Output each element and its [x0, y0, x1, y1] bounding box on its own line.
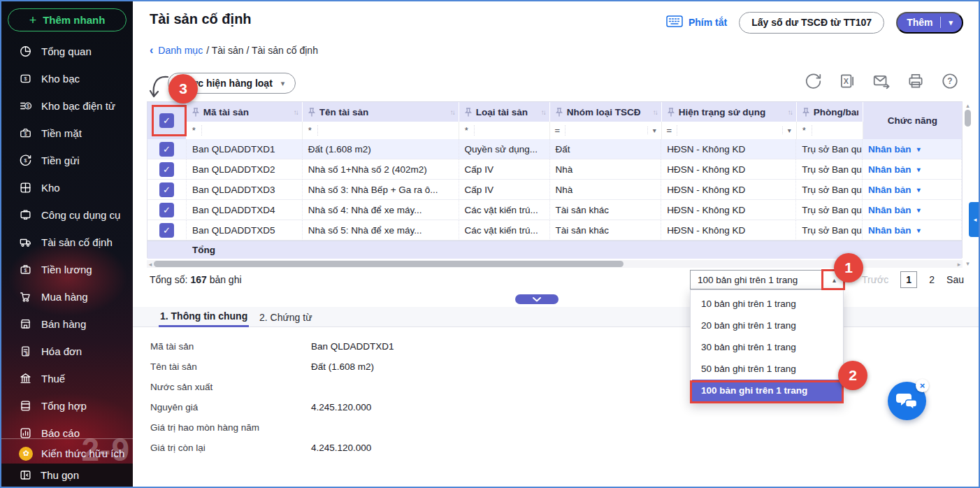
pin-icon[interactable]: [556, 108, 563, 117]
filter-operator[interactable]: *: [797, 125, 812, 136]
collapse-detail-button[interactable]: [515, 294, 559, 304]
cell-name: Nhà số 3: Nhà Bếp + Ga ra ô...: [303, 180, 459, 200]
sidebar-item-thu-gon[interactable]: Thu gọn: [1, 464, 133, 487]
filter-operator[interactable]: *: [303, 125, 318, 136]
vertical-scrollbar[interactable]: [964, 102, 972, 267]
row-checkbox[interactable]: [159, 182, 174, 197]
sidebar-item-tien-gui[interactable]: $ Tiền gửi: [1, 147, 133, 174]
tab-chung-tu[interactable]: 2. Chứng từ: [259, 307, 312, 327]
table-row[interactable]: Ban QLDADDTXD5 Nhà số 5: Nhà để xe máy..…: [147, 220, 962, 241]
sort-icon[interactable]: [450, 108, 454, 116]
get-balance-tt107-button[interactable]: Lấy số dư TSCĐ từ TT107: [739, 12, 884, 34]
page-size-option-30[interactable]: 30 bản ghi trên 1 trang: [691, 336, 843, 358]
duplicate-action-link[interactable]: Nhân bản: [868, 144, 921, 155]
filter-operator[interactable]: =: [550, 125, 565, 136]
page-2-button[interactable]: 2: [929, 274, 935, 285]
chevron-down-icon[interactable]: [949, 18, 953, 27]
page-size-option-20[interactable]: 20 bản ghi trên 1 trang: [691, 315, 843, 336]
tab-thong-tin-chung[interactable]: 1. Thông tin chung: [159, 307, 249, 327]
sort-icon[interactable]: [653, 108, 657, 116]
column-header-loai-tai-san[interactable]: Loại tài sản: [459, 102, 550, 122]
duplicate-action-link[interactable]: Nhân bản: [868, 225, 921, 236]
filter-input[interactable]: [475, 122, 549, 139]
side-panel-toggle[interactable]: [969, 202, 980, 237]
page-1-button[interactable]: 1: [900, 271, 917, 288]
back-chevron-icon[interactable]: [150, 44, 153, 57]
sidebar-item-thue[interactable]: Thuế: [1, 365, 133, 392]
breadcrumb-link-danh-muc[interactable]: Danh mục: [158, 45, 203, 56]
column-header-nhom-loai-tscd[interactable]: Nhóm loại TSCĐ: [550, 102, 662, 122]
horizontal-scrollbar-thumb[interactable]: [154, 261, 624, 267]
field-value: Đất (1.608 m2): [311, 361, 374, 372]
sidebar-item-kho-bac[interactable]: $ Kho bạc: [1, 65, 133, 92]
next-page-button[interactable]: Sau: [946, 274, 964, 285]
sidebar-item-tong-hop[interactable]: Tổng hợp: [1, 392, 133, 419]
row-checkbox[interactable]: [159, 142, 174, 157]
sort-icon[interactable]: [541, 108, 545, 116]
column-header-ten-tai-san[interactable]: Tên tài sản: [303, 102, 459, 122]
sidebar-item-cong-cu-dung-cu[interactable]: Công cụ dụng cụ: [1, 201, 133, 229]
sidebar-item-tien-luong[interactable]: $ Tiền lương: [1, 256, 133, 283]
column-header-ma-tai-san[interactable]: Mã tài sản: [187, 102, 303, 122]
scroll-up-icon[interactable]: [964, 102, 972, 109]
filter-input[interactable]: [565, 122, 647, 139]
export-excel-icon[interactable]: X: [838, 72, 856, 90]
quick-add-button[interactable]: + Thêm nhanh: [8, 8, 127, 31]
sidebar-item-hoa-don[interactable]: $ Hóa đơn: [1, 338, 133, 365]
row-checkbox[interactable]: [159, 203, 174, 217]
table-row[interactable]: Ban QLDADDTXD2 Nhà số 1+Nhà số 2 (402m2)…: [147, 159, 962, 180]
table-row[interactable]: Ban QLDADDTXD4 Nhà số 4: Nhà để xe máy..…: [147, 200, 962, 220]
row-checkbox[interactable]: [159, 162, 174, 177]
page-size-option-10[interactable]: 10 bản ghi trên 1 trang: [691, 293, 843, 315]
duplicate-action-link[interactable]: Nhân bản: [868, 164, 921, 175]
cell-name: Nhà số 5: Nhà để xe máy...: [303, 220, 459, 241]
sort-icon[interactable]: [294, 108, 298, 116]
page-size-select[interactable]: 100 bản ghi trên 1 trang: [690, 270, 844, 289]
filter-operator[interactable]: *: [187, 125, 202, 136]
sidebar-item-tong-quan[interactable]: Tổng quan: [1, 38, 133, 65]
sidebar-item-mua-hang[interactable]: Mua hàng: [1, 283, 133, 310]
breadcrumb-rest: / Tài sản / Tài sản cố định: [206, 45, 318, 56]
deposit-icon: $: [19, 154, 32, 167]
table-row[interactable]: Ban QLDADDTXD3 Nhà số 3: Nhà Bếp + Ga ra…: [147, 180, 962, 200]
filter-input[interactable]: [202, 122, 302, 139]
sidebar-item-kho[interactable]: Kho: [1, 174, 133, 201]
filter-input[interactable]: [318, 122, 459, 139]
print-icon[interactable]: [907, 72, 925, 90]
add-button[interactable]: Thêm: [896, 12, 963, 34]
row-checkbox[interactable]: [159, 223, 174, 238]
sidebar-item-tien-mat[interactable]: $ Tiền mặt: [1, 120, 133, 147]
sidebar-item-tai-san-co-dinh[interactable]: Tài sản cố định: [1, 229, 133, 256]
sort-icon[interactable]: [788, 108, 792, 116]
shortcut-button[interactable]: Phím tắt: [666, 15, 727, 29]
filter-operator[interactable]: *: [459, 125, 475, 136]
filter-input[interactable]: [812, 122, 863, 139]
filter-operator[interactable]: =: [662, 125, 677, 136]
scroll-left-icon[interactable]: [147, 261, 154, 268]
pin-icon[interactable]: [802, 108, 809, 117]
vertical-scrollbar-thumb[interactable]: [965, 110, 971, 127]
filter-dropdown-icon[interactable]: [782, 127, 796, 134]
chat-close-button[interactable]: [916, 379, 929, 392]
column-header-phong-ban[interactable]: Phòng/ban: [797, 102, 863, 122]
table-row[interactable]: Ban QLDADDTXD1 Đất (1.608 m2) Quyền sử d…: [147, 139, 962, 159]
prev-page-button[interactable]: Trước: [862, 274, 888, 285]
duplicate-action-link[interactable]: Nhân bản: [868, 185, 921, 195]
filter-dropdown-icon[interactable]: [647, 127, 661, 134]
pin-icon[interactable]: [192, 108, 199, 117]
filter-input[interactable]: [677, 122, 782, 139]
duplicate-action-link[interactable]: Nhân bản: [868, 205, 921, 215]
scroll-right-icon[interactable]: [956, 261, 963, 268]
send-email-icon[interactable]: [872, 72, 891, 90]
pin-icon[interactable]: [308, 108, 315, 117]
page-size-option-50[interactable]: 50 bản ghi trên 1 trang: [691, 358, 843, 380]
pin-icon[interactable]: [465, 108, 472, 117]
scroll-down-icon[interactable]: [964, 260, 972, 267]
sidebar-item-ban-hang[interactable]: Bán hàng: [1, 310, 133, 338]
refresh-icon[interactable]: [804, 72, 822, 90]
column-header-hien-trang-su-dung[interactable]: Hiện trạng sử dụng: [662, 102, 797, 122]
pin-icon[interactable]: [668, 108, 675, 117]
sidebar-item-kien-thuc-huu-ich[interactable]: ✿ Kiến thức hữu ích: [1, 443, 133, 464]
help-icon[interactable]: ?: [941, 72, 959, 90]
sidebar-item-kho-bac-dien-tu[interactable]: $ Kho bạc điện tử: [1, 92, 133, 120]
